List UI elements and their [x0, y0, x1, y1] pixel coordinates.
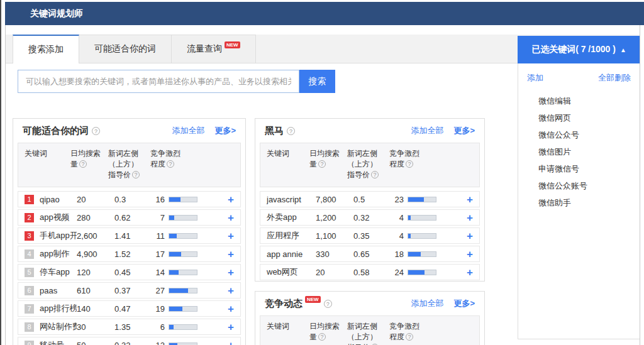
window-edge — [0, 0, 1, 345]
selected-keywords-header[interactable]: 已选关键词( 7 /1000 ) — [518, 36, 640, 63]
competition-bar — [169, 306, 197, 312]
competition-bar — [408, 270, 436, 275]
add-all-link[interactable]: 添加全部 — [411, 298, 443, 309]
help-icon[interactable] — [92, 127, 100, 135]
competition-cell: 6 — [152, 322, 228, 332]
guide-price: 0.45 — [114, 268, 152, 277]
competition-value: 12 — [152, 341, 165, 345]
table-row: javascript7,8000.523 — [260, 191, 480, 207]
competition-value: 18 — [391, 249, 404, 259]
search-input[interactable] — [18, 70, 299, 93]
more-link[interactable]: 更多> — [214, 125, 236, 136]
competition-cell: 14 — [152, 268, 228, 277]
keyword-cell: 3手机app开发 — [25, 230, 77, 241]
add-keyword-button[interactable] — [467, 194, 473, 205]
add-link[interactable]: 添加 — [527, 72, 543, 84]
add-keyword-button[interactable] — [228, 212, 234, 223]
keyword-label: app排行榜 — [40, 303, 77, 314]
add-keyword-button[interactable] — [228, 285, 234, 296]
competition-value: 24 — [391, 268, 404, 277]
add-keyword-button[interactable] — [228, 322, 234, 332]
table-row: 4app制作4,9001.5217 — [18, 246, 241, 262]
add-all-link[interactable]: 添加全部 — [172, 125, 204, 136]
delete-all-link[interactable]: 全部删除 — [598, 72, 631, 84]
help-icon[interactable] — [406, 333, 413, 341]
add-keyword-button[interactable] — [228, 249, 234, 260]
search-volume: 1,100 — [316, 231, 353, 241]
competition-bar — [408, 233, 436, 239]
keyword-cell: 外卖app — [267, 212, 316, 223]
keyword-label: 手机app开发 — [40, 230, 77, 241]
add-keyword-button[interactable] — [467, 267, 473, 278]
keyword-label: app制作 — [40, 248, 70, 260]
help-icon[interactable] — [371, 171, 379, 178]
help-icon[interactable] — [318, 160, 326, 168]
app-title-bar: 关键词规划师 — [5, 2, 644, 25]
competition-value: 4 — [391, 231, 404, 241]
competition-value: 16 — [152, 195, 165, 204]
selected-keyword-list: 微信编辑微信网页微信公众号微信图片申请微信号微信公众账号微信助手 — [518, 90, 640, 211]
search-volume: 7,800 — [316, 195, 353, 204]
add-keyword-button[interactable] — [228, 340, 234, 345]
help-icon[interactable] — [167, 160, 174, 168]
add-all-link[interactable]: 添加全部 — [411, 125, 443, 136]
competition-cell: 17 — [152, 249, 228, 259]
table-row: 6paas6100.3727 — [18, 282, 241, 298]
guide-price: 0.5 — [353, 195, 391, 204]
search-volume: 20 — [77, 195, 114, 204]
add-keyword-button[interactable] — [228, 231, 234, 241]
add-keyword-button[interactable] — [467, 249, 473, 260]
keyword-label: javascript — [267, 195, 301, 204]
search-volume: 280 — [77, 213, 114, 222]
help-icon[interactable] — [132, 171, 140, 178]
competition-cell: 24 — [391, 268, 467, 277]
tab-suggested-words[interactable]: 可能适合你的词 — [79, 35, 172, 63]
selected-keyword: 微信图片 — [538, 143, 640, 160]
competition-cell: 18 — [391, 249, 467, 259]
rank-badge: 6 — [25, 286, 34, 295]
selected-keyword: 微信公众号 — [538, 126, 640, 143]
add-keyword-button[interactable] — [467, 231, 473, 241]
keyword-label: 移动号 — [40, 339, 64, 345]
add-keyword-button[interactable] — [467, 212, 473, 223]
table-row: 外卖app1,2000.324 — [260, 209, 480, 226]
add-keyword-button[interactable] — [228, 304, 234, 314]
keyword-label: 应用程序 — [267, 230, 299, 241]
rank-badge: 7 — [25, 304, 34, 314]
search-button[interactable]: 搜索 — [299, 70, 335, 93]
help-icon[interactable] — [318, 333, 326, 341]
selected-keyword: 微信助手 — [538, 194, 640, 211]
help-icon[interactable] — [324, 300, 332, 308]
tab-search-add[interactable]: 搜索添加 — [13, 35, 79, 63]
competition-bar — [169, 324, 197, 330]
panel-title: 黑马 — [265, 125, 284, 137]
keyword-label: qipao — [40, 195, 60, 204]
help-icon[interactable] — [406, 160, 413, 168]
competition-cell: 7 — [152, 213, 228, 222]
rank-badge: 4 — [25, 249, 34, 259]
panel-title: 可能适合你的词 — [23, 125, 89, 137]
search-volume: 2,600 — [77, 231, 114, 241]
new-badge: NEW — [225, 41, 240, 48]
more-link[interactable]: 更多> — [453, 298, 475, 309]
tab-traffic-query[interactable]: 流量查询 NEW — [171, 35, 256, 63]
competition-bar — [169, 251, 197, 257]
selected-keywords-panel: 添加 全部删除 微信编辑微信网页微信公众号微信图片申请微信号微信公众账号微信助手 — [518, 63, 640, 339]
more-link[interactable]: 更多> — [453, 125, 475, 136]
help-icon[interactable] — [287, 127, 295, 135]
panel-dark-horse: 黑马 添加全部 更多> 关键词 日均搜索量 新词左侧（上方）指导价 竞争激烈程度… — [255, 118, 485, 282]
keyword-cell: 应用程序 — [267, 230, 316, 241]
help-icon[interactable] — [79, 160, 87, 168]
table-header: 关键词 日均搜索量 新词左侧（上方）指导价 竞争激烈程度 — [260, 315, 480, 345]
add-keyword-button[interactable] — [228, 267, 234, 278]
guide-price: 0.58 — [353, 268, 391, 277]
table-header: 关键词 日均搜索量 新词左侧（上方）指导价 竞争激烈程度 — [260, 143, 480, 187]
rank-badge: 5 — [25, 268, 34, 277]
table-header: 关键词 日均搜索量 新词左侧（上方）指导价 竞争激烈程度 — [18, 143, 241, 187]
guide-price: 1.52 — [114, 249, 152, 259]
table-row: 7app排行榜1400.4719 — [18, 300, 241, 317]
competition-cell: 16 — [152, 195, 228, 204]
add-keyword-button[interactable] — [228, 194, 234, 205]
competition-bar — [408, 215, 436, 221]
table-row: 1qipao200.316 — [18, 191, 241, 207]
